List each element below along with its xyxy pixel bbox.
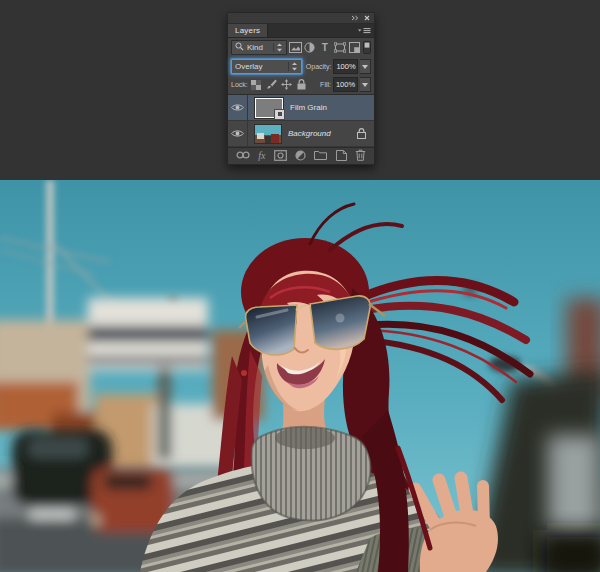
- visibility-toggle[interactable]: [228, 121, 248, 146]
- layer-row-film-grain[interactable]: Film Grain: [228, 95, 374, 121]
- layer-filter-row: Kind T: [228, 38, 374, 57]
- eye-icon: [231, 129, 244, 138]
- tab-layers-label: Layers: [235, 26, 260, 35]
- link-layers-icon[interactable]: [236, 151, 250, 161]
- smart-object-filter-icon[interactable]: [348, 41, 361, 54]
- panel-tabbar: Layers: [228, 24, 374, 38]
- lock-label: Lock:: [231, 81, 248, 88]
- panel-titlebar[interactable]: [228, 13, 374, 24]
- updown-arrows-icon: [273, 43, 283, 52]
- layer-filter-toggle-icon[interactable]: [363, 41, 371, 54]
- layer-lock-icon: [357, 128, 366, 139]
- turtleneck-collar: [252, 427, 371, 521]
- lock-position-icon[interactable]: [280, 78, 293, 91]
- earring: [241, 370, 247, 376]
- layer-name[interactable]: Film Grain: [290, 103, 327, 112]
- layer-style-icon[interactable]: fx: [258, 151, 265, 161]
- search-icon: [235, 42, 244, 53]
- layer-thumbnail[interactable]: [255, 125, 281, 143]
- layer-thumbnail[interactable]: [255, 98, 283, 118]
- kind-dropdown-label: Kind: [247, 43, 263, 52]
- adjustment-fill-icon[interactable]: [295, 150, 306, 163]
- delete-layer-icon[interactable]: [355, 149, 366, 163]
- fill-value: 100%: [336, 80, 355, 89]
- updown-arrows-icon: [288, 62, 298, 71]
- smart-filter-badge-icon: [274, 109, 285, 120]
- pixel-layer-filter-icon[interactable]: [289, 41, 302, 54]
- blend-mode-dropdown[interactable]: Overlay: [231, 59, 302, 74]
- lock-row: Lock: Fill: 100%: [228, 76, 374, 94]
- photo-canvas: [0, 180, 600, 572]
- layer-mask-icon[interactable]: [274, 150, 287, 163]
- type-filter-glyph: T: [322, 43, 328, 53]
- layer-filter-kind-dropdown[interactable]: Kind: [231, 40, 287, 55]
- type-layer-filter-icon[interactable]: T: [318, 41, 331, 54]
- layer-row-background[interactable]: Background: [228, 121, 374, 147]
- new-layer-icon[interactable]: [336, 150, 347, 163]
- layers-panel: Layers Kind T: [227, 12, 375, 165]
- lock-transparency-icon[interactable]: [250, 78, 263, 91]
- photoshop-workspace: { "workspace": { "background_color": "#3…: [0, 0, 600, 572]
- visibility-toggle[interactable]: [228, 95, 248, 120]
- opacity-label: Opacity:: [306, 63, 332, 70]
- tab-layers[interactable]: Layers: [228, 24, 268, 37]
- opacity-value-field[interactable]: 100%: [333, 59, 358, 74]
- opacity-value: 100%: [336, 62, 355, 71]
- eye-icon: [231, 103, 244, 112]
- collapse-panel-icon[interactable]: [351, 15, 359, 21]
- blend-mode-value: Overlay: [235, 62, 263, 71]
- blend-mode-row: Overlay Opacity: 100%: [228, 57, 374, 76]
- layers-list: Film Grain Background: [228, 94, 374, 147]
- fill-label: Fill:: [320, 81, 331, 88]
- fill-value-field[interactable]: 100%: [333, 77, 358, 92]
- layer-name[interactable]: Background: [288, 129, 331, 138]
- panel-bottom-bar: fx: [228, 147, 374, 164]
- shape-layer-filter-icon[interactable]: [333, 41, 346, 54]
- close-panel-icon[interactable]: [364, 15, 370, 21]
- fill-dropdown-button[interactable]: [360, 77, 371, 92]
- lock-all-icon[interactable]: [295, 78, 308, 91]
- opacity-dropdown-button[interactable]: [360, 59, 371, 74]
- panel-menu-icon[interactable]: [358, 27, 371, 37]
- new-group-icon[interactable]: [314, 150, 327, 162]
- lock-pixels-icon[interactable]: [265, 78, 278, 91]
- adjustment-layer-filter-icon[interactable]: [304, 41, 317, 54]
